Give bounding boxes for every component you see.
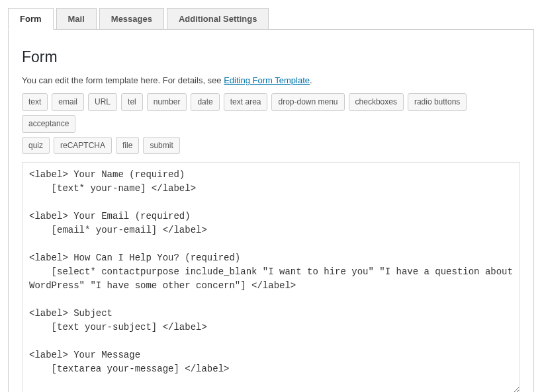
tag-button-acceptance[interactable]: acceptance xyxy=(22,115,75,133)
form-panel: Form You can edit the form template here… xyxy=(8,29,534,392)
tabs: Form Mail Messages Additional Settings xyxy=(8,8,534,30)
tag-button-submit[interactable]: submit xyxy=(143,137,179,155)
panel-title: Form xyxy=(22,48,520,66)
help-link[interactable]: Editing Form Template xyxy=(224,75,310,85)
tab-form[interactable]: Form xyxy=(8,8,54,30)
tab-additional-settings[interactable]: Additional Settings xyxy=(167,8,269,30)
form-template-textarea[interactable] xyxy=(22,162,520,392)
tag-button-url[interactable]: URL xyxy=(88,93,117,111)
tag-row-1: text email URL tel number date text area… xyxy=(22,93,520,133)
tag-row-2: quiz reCAPTCHA file submit xyxy=(22,137,520,155)
tag-button-drop-down-menu[interactable]: drop-down menu xyxy=(271,93,344,111)
tag-button-email[interactable]: email xyxy=(52,93,84,111)
tag-button-file[interactable]: file xyxy=(116,137,139,155)
tag-button-number[interactable]: number xyxy=(147,93,187,111)
tab-mail[interactable]: Mail xyxy=(56,8,97,30)
help-prefix: You can edit the form template here. For… xyxy=(22,75,224,85)
tag-button-recaptcha[interactable]: reCAPTCHA xyxy=(54,137,112,155)
tag-button-checkboxes[interactable]: checkboxes xyxy=(349,93,404,111)
tag-button-date[interactable]: date xyxy=(191,93,219,111)
tag-button-radio-buttons[interactable]: radio buttons xyxy=(408,93,467,111)
tab-messages[interactable]: Messages xyxy=(99,8,164,30)
help-suffix: . xyxy=(310,75,312,85)
tag-button-tel[interactable]: tel xyxy=(121,93,143,111)
tag-button-text[interactable]: text xyxy=(22,93,48,111)
help-text: You can edit the form template here. For… xyxy=(22,75,520,85)
tag-button-text-area[interactable]: text area xyxy=(224,93,268,111)
tag-button-quiz[interactable]: quiz xyxy=(22,137,50,155)
